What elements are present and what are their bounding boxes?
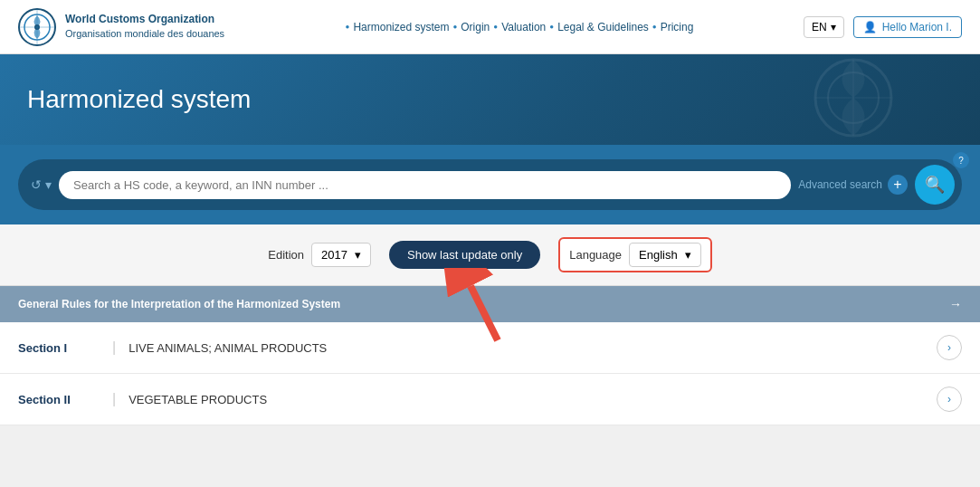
search-input[interactable]: [59, 171, 791, 199]
nav-valuation[interactable]: Valuation: [501, 21, 546, 33]
main-nav: ● Harmonized system ● Origin ● Valuation…: [235, 21, 804, 33]
language-select[interactable]: English ▾: [629, 243, 701, 267]
chevron-right-icon: ›: [947, 393, 951, 406]
help-button[interactable]: ?: [953, 152, 969, 168]
wco-logo: [18, 8, 56, 46]
page-title: Harmonized system: [27, 85, 251, 114]
plus-icon: +: [888, 175, 908, 195]
search-bar: ↺ ▾ Advanced search + 🔍 ?: [18, 159, 962, 210]
org-name-main: World Customs Organization: [65, 12, 224, 27]
show-last-update-button[interactable]: Show last update only: [389, 241, 540, 269]
language-filter-group: Language English ▾: [558, 237, 711, 272]
history-icon: ↺: [31, 177, 42, 192]
header-right: EN ▾ 👤 Hello Marion I.: [804, 16, 962, 38]
search-icon: 🔍: [925, 175, 945, 195]
chevron-right-icon: ›: [947, 341, 951, 354]
search-history-button[interactable]: ↺ ▾: [31, 177, 52, 192]
nav-harmonized-system[interactable]: Harmonized system: [353, 21, 449, 33]
chevron-down-icon: ▾: [831, 21, 836, 33]
section-divider: |: [112, 339, 116, 356]
header: World Customs Organization Organisation …: [0, 0, 980, 54]
search-section: ↺ ▾ Advanced search + 🔍 ?: [0, 145, 980, 224]
general-rules-text: General Rules for the Interpretation of …: [18, 298, 340, 310]
nav-origin[interactable]: Origin: [461, 21, 490, 33]
hero-banner: Harmonized system: [0, 54, 980, 145]
nav-pricing[interactable]: Pricing: [661, 21, 694, 33]
section-chevron-button[interactable]: ›: [937, 335, 962, 360]
section-description: VEGETABLE PRODUCTS: [128, 393, 937, 406]
advanced-search-button[interactable]: Advanced search +: [798, 175, 908, 195]
edition-filter: Edition 2017 ▾: [268, 243, 371, 267]
search-input-wrap: [59, 171, 791, 199]
section-label: Section I: [18, 341, 100, 355]
chevron-down-icon: ▾: [355, 248, 361, 262]
section-row[interactable]: Section II | VEGETABLE PRODUCTS ›: [0, 374, 980, 425]
org-name-sub: Organisation mondiale des douanes: [65, 27, 224, 41]
logo-area: World Customs Organization Organisation …: [18, 8, 235, 46]
section-description: LIVE ANIMALS; ANIMAL PRODUCTS: [128, 341, 937, 355]
language-button[interactable]: EN ▾: [804, 16, 844, 38]
edition-select[interactable]: 2017 ▾: [311, 243, 371, 267]
hero-watermark: [781, 57, 926, 142]
language-label: Language: [569, 248, 622, 262]
section-chevron-button[interactable]: ›: [937, 387, 962, 412]
chevron-down-icon: ▾: [45, 177, 52, 192]
edition-label: Edition: [268, 248, 304, 262]
user-button[interactable]: 👤 Hello Marion I.: [853, 16, 962, 38]
general-rules-bar[interactable]: General Rules for the Interpretation of …: [0, 286, 980, 322]
section-divider: |: [112, 391, 116, 407]
filters-row: Edition 2017 ▾ Show last update only Lan…: [0, 224, 980, 286]
chevron-down-icon: ▾: [685, 248, 691, 262]
section-row[interactable]: Section I | LIVE ANIMALS; ANIMAL PRODUCT…: [0, 322, 980, 374]
nav-legal-guidelines[interactable]: Legal & Guidelines: [557, 21, 649, 33]
section-label: Section II: [18, 393, 100, 406]
arrow-right-icon: →: [949, 297, 962, 311]
user-icon: 👤: [863, 21, 877, 33]
search-button[interactable]: 🔍: [915, 165, 955, 205]
